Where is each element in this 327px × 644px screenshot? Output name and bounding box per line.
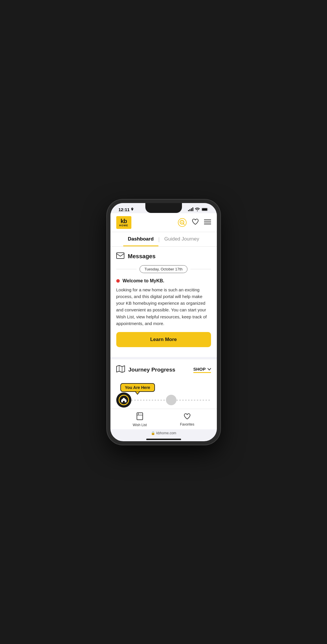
status-icons [188, 208, 209, 211]
journey-title: Journey Progress [128, 367, 176, 373]
logo-kb-text: kb [121, 218, 127, 224]
status-time: 12:11 [119, 207, 134, 212]
message-body: Looking for a new home is such an exciti… [116, 286, 211, 327]
home-ring [119, 395, 129, 405]
hamburger-icon [204, 219, 211, 225]
wifi-icon [195, 208, 200, 211]
lock-icon: 🔒 [151, 431, 155, 435]
progress-track [116, 392, 211, 408]
heart-nav-icon [184, 413, 191, 421]
location-icon [131, 208, 134, 211]
shop-underline [193, 372, 211, 373]
logo-home-text: HOME [119, 224, 128, 227]
message-item: Welcome to MyKB. Looking for a new home … [116, 278, 211, 347]
learn-more-button[interactable]: Learn More [116, 332, 211, 347]
header-icons [178, 218, 211, 227]
progress-step-mid [166, 395, 176, 405]
tabs-container: Dashboard | Guided Journey [110, 232, 217, 247]
bottom-nav: Wish List Favorites [110, 409, 217, 429]
you-are-here-badge: You Are Here [120, 383, 155, 392]
progress-line-1 [131, 400, 166, 401]
map-icon [116, 365, 125, 374]
bookmark-icon [137, 412, 143, 422]
svg-rect-3 [181, 222, 182, 223]
footer-url: 🔒 kbhome.com [110, 429, 217, 437]
chevron-down-icon [208, 368, 211, 370]
date-line-left [116, 269, 137, 269]
svg-rect-8 [117, 253, 124, 259]
message-title-text: Welcome to MyKB. [123, 278, 165, 284]
shop-label: SHOP [193, 367, 211, 372]
progress-line-2 [176, 400, 211, 401]
signal-icon [188, 208, 193, 211]
envelope-icon [116, 252, 124, 261]
menu-button[interactable] [204, 219, 211, 226]
scroll-content: Messages Tuesday, October 17th Welcome t… [110, 247, 217, 409]
favorites-button[interactable] [192, 218, 199, 227]
search-home-icon [180, 220, 185, 225]
progress-step-shop [116, 392, 131, 408]
house-icon [121, 397, 127, 403]
shop-dropdown[interactable]: SHOP [193, 367, 211, 373]
battery-icon [201, 208, 209, 211]
nav-wish-list-label: Wish List [133, 423, 147, 427]
kb-logo: kb HOME [116, 216, 131, 229]
messages-header: Messages [116, 252, 211, 261]
journey-left: Journey Progress [116, 365, 176, 374]
tab-dashboard[interactable]: Dashboard [123, 236, 158, 246]
journey-progress-section: Journey Progress SHOP [110, 359, 217, 409]
heart-icon [192, 218, 199, 225]
date-divider: Tuesday, October 17th [116, 265, 211, 273]
tab-guided-journey[interactable]: Guided Journey [160, 236, 204, 246]
footer-url-text: kbhome.com [156, 431, 176, 435]
svg-line-4 [183, 224, 184, 225]
progress-container: You Are Here [116, 380, 211, 409]
nav-favorites[interactable]: Favorites [180, 413, 194, 426]
nav-wish-list[interactable]: Wish List [133, 412, 147, 427]
app-header: kb HOME [110, 213, 217, 232]
phone-notch [145, 203, 182, 213]
you-are-here-container: You Are Here [116, 383, 211, 392]
messages-title: Messages [128, 253, 156, 260]
unread-dot [116, 279, 120, 283]
messages-section: Messages Tuesday, October 17th Welcome t… [110, 247, 217, 357]
home-indicator [146, 439, 181, 440]
nav-favorites-label: Favorites [180, 422, 194, 426]
date-pill: Tuesday, October 17th [140, 265, 187, 273]
badge-arrow-inner [136, 392, 139, 394]
svg-rect-11 [137, 413, 143, 420]
svg-rect-1 [202, 208, 207, 211]
search-homes-button[interactable] [178, 218, 187, 227]
journey-header: Journey Progress SHOP [116, 365, 211, 374]
date-line-right [190, 269, 211, 269]
message-title-row: Welcome to MyKB. [116, 278, 211, 284]
